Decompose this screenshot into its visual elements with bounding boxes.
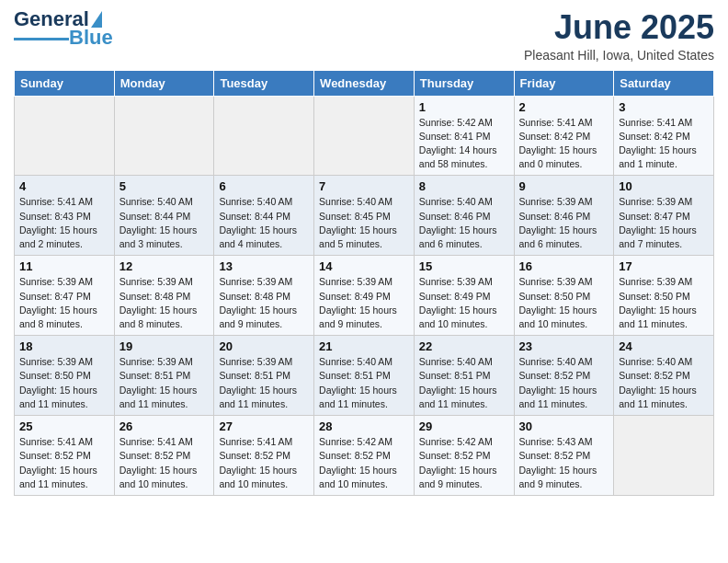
calendar-day-cell: 9Sunrise: 5:39 AMSunset: 8:46 PMDaylight…	[514, 176, 614, 256]
day-number: 10	[619, 179, 709, 193]
day-number: 7	[319, 179, 409, 193]
calendar-day-cell: 5Sunrise: 5:40 AMSunset: 8:44 PMDaylight…	[114, 176, 214, 256]
day-detail: Sunrise: 5:40 AMSunset: 8:51 PMDaylight:…	[419, 355, 509, 411]
calendar-day-cell: 11Sunrise: 5:39 AMSunset: 8:47 PMDayligh…	[15, 256, 115, 336]
day-number: 13	[219, 259, 309, 273]
day-number: 23	[519, 339, 609, 353]
day-number: 20	[219, 339, 309, 353]
main-title: June 2025	[524, 9, 714, 46]
day-detail: Sunrise: 5:41 AMSunset: 8:42 PMDaylight:…	[519, 116, 609, 172]
calendar-day-cell: 7Sunrise: 5:40 AMSunset: 8:45 PMDaylight…	[314, 176, 415, 256]
weekday-header: Wednesday	[314, 70, 415, 96]
weekday-row: SundayMondayTuesdayWednesdayThursdayFrid…	[15, 70, 714, 96]
calendar-day-cell: 2Sunrise: 5:41 AMSunset: 8:42 PMDaylight…	[514, 96, 614, 176]
day-number: 25	[19, 419, 109, 433]
calendar-day-cell: 4Sunrise: 5:41 AMSunset: 8:43 PMDaylight…	[15, 176, 115, 256]
day-detail: Sunrise: 5:39 AMSunset: 8:50 PMDaylight:…	[519, 275, 609, 331]
day-detail: Sunrise: 5:41 AMSunset: 8:42 PMDaylight:…	[619, 116, 709, 172]
day-detail: Sunrise: 5:39 AMSunset: 8:47 PMDaylight:…	[19, 275, 109, 331]
day-detail: Sunrise: 5:40 AMSunset: 8:46 PMDaylight:…	[419, 195, 509, 251]
day-detail: Sunrise: 5:42 AMSunset: 8:52 PMDaylight:…	[319, 435, 409, 491]
calendar-day-cell: 19Sunrise: 5:39 AMSunset: 8:51 PMDayligh…	[114, 336, 214, 416]
day-number: 16	[519, 259, 609, 273]
calendar-day-cell: 30Sunrise: 5:43 AMSunset: 8:52 PMDayligh…	[514, 416, 614, 496]
calendar-header: SundayMondayTuesdayWednesdayThursdayFrid…	[15, 70, 714, 96]
calendar-day-cell: 27Sunrise: 5:41 AMSunset: 8:52 PMDayligh…	[214, 416, 314, 496]
day-number: 4	[19, 179, 109, 193]
calendar-day-cell: 1Sunrise: 5:42 AMSunset: 8:41 PMDaylight…	[414, 96, 514, 176]
calendar-day-cell: 16Sunrise: 5:39 AMSunset: 8:50 PMDayligh…	[514, 256, 614, 336]
calendar-day-cell: 24Sunrise: 5:40 AMSunset: 8:52 PMDayligh…	[614, 336, 714, 416]
day-number: 5	[119, 179, 210, 193]
day-number: 2	[519, 100, 609, 114]
day-detail: Sunrise: 5:39 AMSunset: 8:51 PMDaylight:…	[219, 355, 309, 411]
day-detail: Sunrise: 5:40 AMSunset: 8:44 PMDaylight:…	[219, 195, 309, 251]
day-number: 12	[119, 259, 210, 273]
day-number: 6	[219, 179, 309, 193]
day-detail: Sunrise: 5:39 AMSunset: 8:46 PMDaylight:…	[519, 195, 609, 251]
calendar-day-cell	[614, 416, 714, 496]
calendar-day-cell: 18Sunrise: 5:39 AMSunset: 8:50 PMDayligh…	[15, 336, 115, 416]
calendar-day-cell: 21Sunrise: 5:40 AMSunset: 8:51 PMDayligh…	[314, 336, 415, 416]
page-header: General Blue June 2025 Pleasant Hill, Io…	[14, 9, 714, 63]
calendar-day-cell	[114, 96, 214, 176]
calendar-day-cell: 14Sunrise: 5:39 AMSunset: 8:49 PMDayligh…	[314, 256, 415, 336]
day-detail: Sunrise: 5:41 AMSunset: 8:52 PMDaylight:…	[219, 435, 309, 491]
day-number: 19	[119, 339, 210, 353]
logo: General Blue	[14, 9, 113, 50]
calendar-day-cell	[314, 96, 415, 176]
weekday-header: Thursday	[414, 70, 514, 96]
calendar-day-cell	[15, 96, 115, 176]
day-number: 24	[619, 339, 709, 353]
calendar-day-cell: 10Sunrise: 5:39 AMSunset: 8:47 PMDayligh…	[614, 176, 714, 256]
day-number: 9	[519, 179, 609, 193]
day-number: 15	[419, 259, 509, 273]
day-detail: Sunrise: 5:40 AMSunset: 8:45 PMDaylight:…	[319, 195, 409, 251]
day-detail: Sunrise: 5:40 AMSunset: 8:44 PMDaylight:…	[119, 195, 210, 251]
subtitle: Pleasant Hill, Iowa, United States	[524, 48, 714, 63]
day-detail: Sunrise: 5:40 AMSunset: 8:52 PMDaylight:…	[619, 355, 709, 411]
day-detail: Sunrise: 5:43 AMSunset: 8:52 PMDaylight:…	[519, 435, 609, 491]
weekday-header: Sunday	[15, 70, 115, 96]
day-detail: Sunrise: 5:42 AMSunset: 8:52 PMDaylight:…	[419, 435, 509, 491]
weekday-header: Saturday	[614, 70, 714, 96]
day-number: 11	[19, 259, 109, 273]
logo-text-blue: Blue	[69, 26, 113, 50]
calendar-week-row: 18Sunrise: 5:39 AMSunset: 8:50 PMDayligh…	[15, 336, 714, 416]
day-number: 14	[319, 259, 409, 273]
day-number: 21	[319, 339, 409, 353]
day-detail: Sunrise: 5:39 AMSunset: 8:48 PMDaylight:…	[219, 275, 309, 331]
day-number: 29	[419, 419, 509, 433]
calendar-week-row: 4Sunrise: 5:41 AMSunset: 8:43 PMDaylight…	[15, 176, 714, 256]
title-block: June 2025 Pleasant Hill, Iowa, United St…	[524, 9, 714, 63]
calendar-day-cell: 23Sunrise: 5:40 AMSunset: 8:52 PMDayligh…	[514, 336, 614, 416]
day-detail: Sunrise: 5:39 AMSunset: 8:50 PMDaylight:…	[19, 355, 109, 411]
day-number: 18	[19, 339, 109, 353]
day-detail: Sunrise: 5:42 AMSunset: 8:41 PMDaylight:…	[419, 116, 509, 172]
day-number: 27	[219, 419, 309, 433]
day-number: 1	[419, 100, 509, 114]
weekday-header: Monday	[114, 70, 214, 96]
calendar-table: SundayMondayTuesdayWednesdayThursdayFrid…	[14, 70, 714, 496]
calendar-week-row: 25Sunrise: 5:41 AMSunset: 8:52 PMDayligh…	[15, 416, 714, 496]
day-detail: Sunrise: 5:39 AMSunset: 8:48 PMDaylight:…	[119, 275, 210, 331]
day-detail: Sunrise: 5:40 AMSunset: 8:51 PMDaylight:…	[319, 355, 409, 411]
calendar-day-cell: 25Sunrise: 5:41 AMSunset: 8:52 PMDayligh…	[15, 416, 115, 496]
day-detail: Sunrise: 5:39 AMSunset: 8:49 PMDaylight:…	[319, 275, 409, 331]
day-number: 8	[419, 179, 509, 193]
day-number: 17	[619, 259, 709, 273]
weekday-header: Tuesday	[214, 70, 314, 96]
day-number: 22	[419, 339, 509, 353]
day-number: 30	[519, 419, 609, 433]
calendar-day-cell: 22Sunrise: 5:40 AMSunset: 8:51 PMDayligh…	[414, 336, 514, 416]
calendar-day-cell: 29Sunrise: 5:42 AMSunset: 8:52 PMDayligh…	[414, 416, 514, 496]
day-number: 28	[319, 419, 409, 433]
day-detail: Sunrise: 5:39 AMSunset: 8:51 PMDaylight:…	[119, 355, 210, 411]
calendar-week-row: 11Sunrise: 5:39 AMSunset: 8:47 PMDayligh…	[15, 256, 714, 336]
logo-line	[14, 38, 69, 40]
calendar-body: 1Sunrise: 5:42 AMSunset: 8:41 PMDaylight…	[15, 96, 714, 495]
calendar-day-cell: 3Sunrise: 5:41 AMSunset: 8:42 PMDaylight…	[614, 96, 714, 176]
calendar-day-cell: 8Sunrise: 5:40 AMSunset: 8:46 PMDaylight…	[414, 176, 514, 256]
calendar-day-cell: 15Sunrise: 5:39 AMSunset: 8:49 PMDayligh…	[414, 256, 514, 336]
calendar-week-row: 1Sunrise: 5:42 AMSunset: 8:41 PMDaylight…	[15, 96, 714, 176]
